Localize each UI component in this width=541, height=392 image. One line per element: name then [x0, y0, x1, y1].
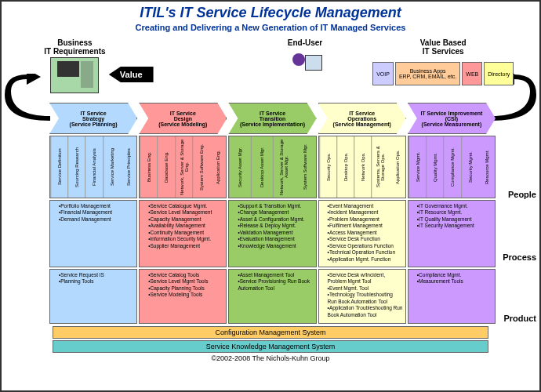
phase-chevron: IT Service Operations (Service Managemen…: [318, 103, 406, 134]
lifecycle-column: IT Service Transition (Service Implement…: [228, 103, 316, 324]
process-box: Service Catalogue Mgmt.Service Level Man…: [139, 200, 227, 267]
lifecycle-columns: IT Service Strategy (Service Planning)Se…: [2, 103, 539, 324]
process-item: Service Catalogue Mgmt.: [148, 203, 223, 209]
product-item: Event Mgmt. Tool: [328, 285, 403, 292]
process-item: Fulfilment Management: [328, 223, 403, 229]
role-bar: Desktop Asset Mgr.: [251, 136, 273, 198]
process-item: Problem Management: [328, 216, 403, 223]
process-item: Supplier Management: [148, 243, 223, 249]
product-item: Service Request IS: [59, 272, 134, 278]
role-bar: Service Mgmt.: [408, 136, 426, 198]
role-bar: Application Eng.: [209, 136, 226, 198]
process-item: Technical Operation Function: [328, 249, 403, 256]
valuesvc-label: Value Based IT Services: [362, 38, 524, 56]
apps-box: Business Apps ERP, CRM, EMAIL, etc.: [395, 62, 460, 85]
product-box: Service Request ISPlanning Tools: [49, 269, 137, 324]
process-item: Knowledge Management: [238, 243, 313, 249]
product-item: Service Modeling Tools: [148, 292, 223, 298]
process-item: Application Mgmt. Function: [328, 256, 403, 263]
people-label: People: [508, 190, 536, 199]
process-box: Event ManagementIncident ManagementProbl…: [318, 200, 406, 267]
process-item: Support & Transition Mgmt.: [238, 203, 313, 209]
product-item: Technology Troubleshooting Run Book Auto…: [328, 292, 403, 305]
product-box: Asset Management ToolService Provisionin…: [228, 269, 316, 324]
product-item: Service Level Mgmt Tools: [148, 278, 223, 285]
role-bar: Security Mgmt.: [461, 136, 478, 198]
product-item: Compliance Mgmt.: [417, 272, 492, 278]
role-bar: Desktop Ops.: [336, 136, 354, 198]
role-bar: Service Principles: [120, 136, 136, 198]
dir-box: Directory: [484, 62, 514, 85]
role-bar: Financial Analysis: [85, 136, 102, 198]
biz-req-label: Business IT Requirements: [17, 38, 133, 56]
product-box: Service Desk w/Incident, Problem Mgmt To…: [318, 269, 406, 324]
role-bar: Systems, Servers & Storage Ops.: [371, 136, 388, 198]
product-item: Service Provisioning Run Book Automation…: [238, 278, 313, 292]
role-bar: Security Asset Mgr.: [229, 136, 251, 198]
process-item: IT Security Management: [417, 223, 492, 229]
voip-box: VOIP: [372, 62, 394, 85]
process-item: Continuity Management: [148, 230, 223, 236]
role-bar: Compliance Mgmt.: [443, 136, 460, 198]
process-item: Asset & Configuration Mgmt.: [238, 216, 313, 223]
role-bar: Network Ops.: [354, 136, 371, 198]
people-box: Service Mgmt.Quality Mgmt.Compliance Mgm…: [408, 136, 496, 198]
page-title: ITIL's IT Service Lifecycle Management: [2, 5, 539, 21]
process-item: Incident Management: [328, 209, 403, 216]
enduser-label: End-User: [248, 38, 363, 47]
process-item: Availability Management: [148, 223, 223, 229]
process-item: IT Resource Mgmt.: [417, 209, 492, 216]
enduser-icon: [286, 49, 324, 83]
role-bar: Network, Server & Storage Asset Mgr.: [273, 136, 295, 198]
role-bar: Service Marketing: [103, 136, 120, 198]
phase-chevron: IT Service Improvement (CSI) (Service Me…: [408, 103, 496, 134]
process-item: Service Operations Function: [328, 243, 403, 249]
value-services-boxes: VOIP Business Apps ERP, CRM, EMAIL, etc.…: [362, 62, 524, 85]
people-box: Security Asset Mgr.Desktop Asset Mgr.Net…: [228, 136, 316, 198]
product-item: Capacity Planning Tools: [148, 285, 223, 292]
lifecycle-column: IT Service Operations (Service Managemen…: [318, 103, 406, 324]
process-item: Service Desk Function: [328, 236, 403, 242]
phase-chevron: IT Service Transition (Service Implement…: [228, 103, 316, 134]
phase-chevron: IT Service Design (Service Modeling): [139, 103, 227, 134]
skms-bar: Service Knowledge Management System: [53, 340, 488, 353]
role-bar: Database Eng.: [157, 136, 174, 198]
role-bar: Sourcing Research: [67, 136, 85, 198]
product-item: Planning Tools: [59, 278, 134, 285]
footer-copyright: ©2002-2008 The Nichols-Kuhn Group: [2, 354, 539, 362]
phase-chevron: IT Service Strategy (Service Planning): [49, 103, 137, 134]
role-bar: Application Ops.: [389, 136, 405, 198]
web-box: WEB: [462, 62, 482, 85]
role-bar: Resource Mgmt.: [478, 136, 495, 198]
process-box: Portfolio ManagementFinancial Management…: [49, 200, 137, 267]
process-item: Portfolio Management: [59, 203, 134, 209]
lifecycle-column: IT Service Improvement (CSI) (Service Me…: [408, 103, 496, 324]
role-bar: Quality Mgmt.: [426, 136, 443, 198]
product-item: Asset Management Tool: [238, 272, 313, 278]
people-box: Security Ops.Desktop Ops.Network Ops.Sys…: [318, 136, 406, 198]
product-item: Service Catalog Tools: [148, 272, 223, 278]
process-item: IT Governance Mgmt.: [417, 203, 492, 209]
process-item: Capacity Management: [148, 216, 223, 223]
process-item: Access Management: [328, 230, 403, 236]
product-item: Application Troubleshooting Run Book Aut…: [328, 305, 403, 318]
product-box: Compliance Mgmt.Measurement Tools: [408, 269, 496, 324]
process-item: Change Management: [238, 209, 313, 216]
role-bar: Business Eng.: [140, 136, 157, 198]
role-bar: Network, Server & Storage Eng.: [175, 136, 192, 198]
process-item: Validation Management: [238, 230, 313, 236]
process-box: Support & Transition Mgmt.Change Managem…: [228, 200, 316, 267]
process-item: Information Security Mgmt.: [148, 236, 223, 242]
top-row: Business IT Requirements Value End-User …: [2, 38, 539, 103]
product-item: Service Desk w/Incident, Problem Mgmt To…: [328, 272, 403, 285]
process-item: Event Management: [328, 203, 403, 209]
process-item: IT Quality Management: [417, 216, 492, 223]
config-mgmt-bar: Configuration Management System: [53, 326, 488, 339]
people-box: Service DefinitionSourcing ResearchFinan…: [49, 136, 137, 198]
process-item: Service Level Management: [148, 209, 223, 216]
process-item: Evaluation Management: [238, 236, 313, 242]
page-subtitle: Creating and Delivering a New Generation…: [2, 23, 539, 32]
process-item: Release & Deploy Mgmt.: [238, 223, 313, 229]
people-box: Business Eng.Database Eng.Network, Serve…: [139, 136, 227, 198]
product-item: Measurement Tools: [417, 278, 492, 285]
